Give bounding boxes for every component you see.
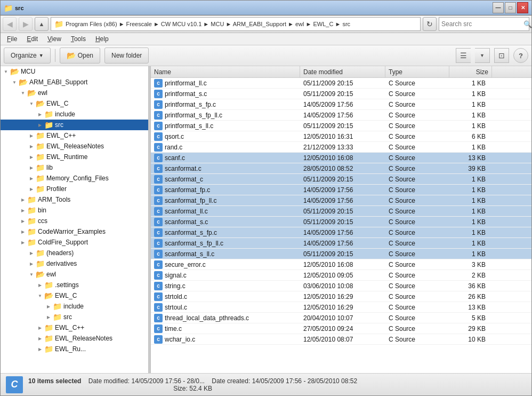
file-name-cell: cprintformat_s_fp.c [151, 100, 300, 109]
sidebar-item-ewlreleasenotes[interactable]: ▶📁EWL_ReleaseNotes [1, 141, 148, 152]
view-dropdown-button[interactable]: ▼ [475, 48, 490, 63]
view-details-button[interactable]: ☰ [456, 48, 471, 63]
sidebar-item-ewlc[interactable]: ▶📁EWL_C++ [1, 322, 148, 333]
sidebar-item-ccs[interactable]: ▶📁ccs [1, 216, 148, 226]
sidebar-item-ewlc[interactable]: ▼📂EWL_C [1, 98, 148, 109]
menu-view[interactable]: View [43, 34, 66, 44]
table-row[interactable]: cprintformat_ll.c05/11/2009 20:15C Sourc… [151, 78, 531, 89]
sidebar-item-memoryconfigfiles[interactable]: ▶📁Memory_Config_Files [1, 173, 148, 184]
table-row[interactable]: ctime.c27/05/2010 09:24C Source29 KB [151, 323, 531, 334]
col-header-date[interactable]: Date modified [300, 66, 385, 77]
sidebar-item-armeabisupport[interactable]: ▼📂ARM_EABI_Support [1, 77, 148, 88]
table-row[interactable]: cscanformat_ll.c05/11/2009 20:15C Source… [151, 206, 531, 217]
tree-item-label: ARM_Tools [38, 196, 70, 203]
file-size-cell: 1 KB [449, 186, 492, 194]
refresh-button[interactable]: ↻ [423, 17, 437, 31]
sidebar-item-include[interactable]: ▶📁include [1, 109, 148, 120]
window: 📁 src — □ ✕ ◀ ▶ ▲ 📁 Program Files (x86) … [0, 0, 532, 396]
sidebar-item-ewlc[interactable]: ▼📂EWL_C [1, 290, 148, 301]
sidebar-item-include[interactable]: ▶📁include [1, 301, 148, 312]
sidebar-item-derivatives[interactable]: ▶📁derivatives [1, 258, 148, 269]
folder-icon: 📁 [36, 249, 45, 257]
minimize-button[interactable]: — [493, 2, 504, 13]
menu-tools[interactable]: Tools [67, 34, 90, 44]
sidebar-item-ewlreleasenotes[interactable]: ▶📁EWL_ReleaseNotes [1, 333, 148, 344]
table-row[interactable]: cstrtold.c12/05/2010 16:29C Source26 KB [151, 291, 531, 302]
new-folder-button[interactable]: New folder [104, 47, 149, 64]
sidebar-item-mcu[interactable]: ▼📂MCU [1, 66, 148, 77]
sidebar-item-ewlru[interactable]: ▶📁EWL_Ru... [1, 344, 148, 354]
col-header-name[interactable]: Name [151, 66, 300, 77]
table-row[interactable]: cscanformat_c05/11/2009 20:15C Source1 K… [151, 174, 531, 185]
tree-item-label: EWL_Runtime [46, 153, 87, 161]
menu-bar: File Edit View Tools Help [1, 33, 531, 45]
menu-help[interactable]: Help [91, 34, 113, 44]
sidebar-item-settings[interactable]: ▶📁.settings [1, 280, 148, 290]
table-row[interactable]: cscanformat_fp.c14/05/2009 17:56C Source… [151, 185, 531, 195]
col-header-size[interactable]: Size [449, 66, 492, 77]
sidebar-item-headers[interactable]: ▶📁(headers) [1, 248, 148, 258]
table-row[interactable]: cscanformat.c28/05/2010 08:52C Source39 … [151, 163, 531, 174]
table-row[interactable]: cscanformat_s_fp.c14/05/2009 17:56C Sour… [151, 227, 531, 238]
sidebar-item-ewlc[interactable]: ▶📁EWL_C++ [1, 130, 148, 141]
organize-button[interactable]: Organize ▼ [4, 47, 51, 64]
help-button[interactable]: ? [513, 48, 528, 63]
sidebar-item-ewl[interactable]: ▼📂ewl [1, 88, 148, 98]
table-row[interactable]: csignal.c12/05/2010 09:05C Source2 KB [151, 270, 531, 281]
maximize-button[interactable]: □ [505, 2, 516, 13]
table-row[interactable]: cscanformat_s.c05/11/2009 20:15C Source1… [151, 217, 531, 227]
address-bar-container: ◀ ▶ ▲ 📁 Program Files (x86) ► Freescale … [1, 15, 531, 33]
sidebar-item-coldfiresupport[interactable]: ▶📁ColdFire_Support [1, 237, 148, 248]
table-row[interactable]: cscanformat_fp_ll.c14/05/2009 17:56C Sou… [151, 195, 531, 206]
folder-icon: 📁 [36, 259, 45, 268]
table-row[interactable]: cprintformat_s.c05/11/2009 20:15C Source… [151, 89, 531, 99]
file-date-cell: 14/05/2009 17:56 [300, 100, 385, 109]
open-button[interactable]: 📂 Open [60, 47, 100, 64]
table-row[interactable]: cscanformat_s_fp_ll.c14/05/2009 17:56C S… [151, 238, 531, 249]
file-name: wchar_io.c [165, 336, 195, 343]
table-row[interactable]: csecure_error.c12/05/2010 16:08C Source3… [151, 259, 531, 270]
up-button[interactable]: ▲ [35, 17, 49, 31]
search-box[interactable]: 🔍 [439, 17, 529, 31]
file-size-cell: 1 KB [449, 122, 492, 130]
sidebar-item-armtools[interactable]: ▶📁ARM_Tools [1, 194, 148, 205]
preview-pane-button[interactable]: ⊡ [494, 48, 509, 63]
file-name: thread_local_data_pthreads.c [165, 314, 249, 322]
file-type-icon: c [154, 154, 163, 162]
menu-edit[interactable]: Edit [22, 34, 42, 44]
sidebar-item-ewlruntime[interactable]: ▶📁EWL_Runtime [1, 152, 148, 162]
table-row[interactable]: cscanformat_s_ll.c05/11/2009 20:15C Sour… [151, 249, 531, 259]
table-row[interactable]: cstrtoul.c12/05/2010 16:29C Source13 KB [151, 302, 531, 313]
sidebar-item-codewarriorexamples[interactable]: ▶📁CodeWarrior_Examples [1, 226, 148, 237]
table-row[interactable]: cprintformat_s_fp.c14/05/2009 17:56C Sou… [151, 99, 531, 110]
sidebar-item-ewl[interactable]: ▼📂ewl [1, 269, 148, 280]
back-button[interactable]: ◀ [3, 17, 17, 31]
file-type-icon: c [154, 175, 163, 184]
search-icon[interactable]: 🔍 [523, 20, 532, 28]
search-input[interactable] [441, 20, 521, 28]
sidebar-item-bin[interactable]: ▶📁bin [1, 205, 148, 216]
sidebar-item-src[interactable]: ▶📁src [1, 120, 148, 130]
table-row[interactable]: cwchar_io.c12/05/2010 08:07C Source10 KB [151, 334, 531, 345]
tree-item-label: ewl [46, 271, 56, 278]
sidebar-item-src[interactable]: ▶📁src [1, 312, 148, 322]
menu-file[interactable]: File [3, 34, 21, 44]
close-button[interactable]: ✕ [517, 2, 528, 13]
table-row[interactable]: cscanf.c12/05/2010 16:08C Source13 KB [151, 153, 531, 163]
file-size-cell: 1 KB [449, 79, 492, 88]
address-bar[interactable]: 📁 Program Files (x86) ► Freescale ► CW M… [51, 17, 421, 31]
sidebar-item-lib[interactable]: ▶📁lib [1, 162, 148, 173]
table-row[interactable]: crand.c21/12/2009 13:33C Source1 KB [151, 142, 531, 153]
tree-toggle-icon: ▶ [19, 208, 27, 213]
sidebar-item-profiler[interactable]: ▶📁Profiler [1, 184, 148, 194]
table-row[interactable]: cprintformat_s_fp_ll.c14/05/2009 17:56C … [151, 110, 531, 121]
table-row[interactable]: cthread_local_data_pthreads.c20/04/2010 … [151, 313, 531, 323]
col-header-type[interactable]: Type [385, 66, 449, 77]
table-row[interactable]: cstring.c03/06/2010 10:08C Source36 KB [151, 281, 531, 291]
tree-item-label: EWL_C [46, 100, 68, 107]
table-row[interactable]: cqsort.c12/05/2010 16:31C Source6 KB [151, 131, 531, 142]
forward-button[interactable]: ▶ [19, 17, 33, 31]
file-name-cell: cscanformat_c [151, 175, 300, 184]
table-row[interactable]: cprintformat_s_ll.c05/11/2009 20:15C Sou… [151, 121, 531, 131]
file-name: scanformat_s_fp_ll.c [165, 240, 223, 247]
